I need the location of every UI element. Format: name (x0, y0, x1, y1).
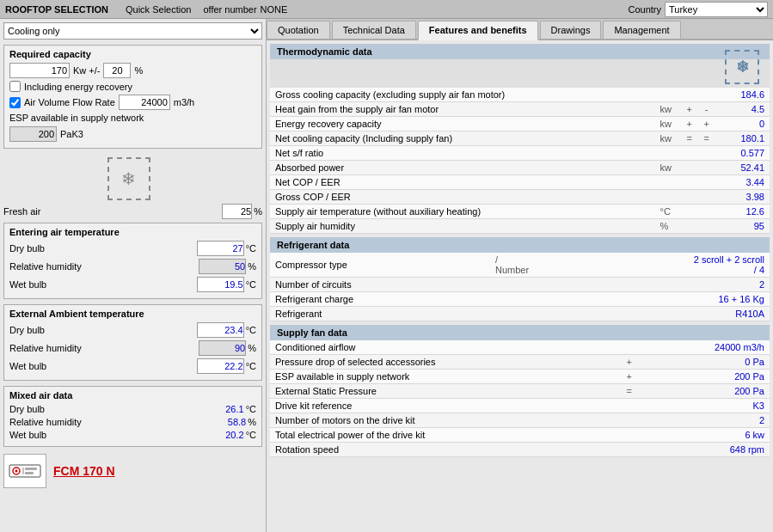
mix-rh-label: Relative humidity (9, 417, 82, 427)
ea-wet-bulb-input[interactable] (197, 277, 244, 292)
capacity-input[interactable] (9, 63, 70, 78)
esp-input[interactable] (9, 126, 57, 142)
thermo-unit-0 (655, 88, 681, 102)
ext-rh-label: Relative humidity (9, 343, 82, 353)
capacity-row: Kw +/- % (9, 63, 256, 78)
tab-management[interactable]: Management (603, 21, 680, 39)
app-title: ROOFTOP SELECTION (5, 4, 108, 15)
tab-features-benefits[interactable]: Features and benefits (418, 21, 538, 40)
refrig-unit-0: / Number (490, 253, 534, 278)
snowflake-icon: ❄ (107, 157, 150, 200)
content-area: Thermodynamic data ❄ Gross cooling capac… (267, 40, 773, 532)
ext-rh-unit: % (248, 343, 256, 353)
supply-fan-header: Supply fan data (270, 325, 770, 340)
right-panel: Quotation Technical Data Features and be… (267, 19, 773, 532)
model-row: FCM 170 N (3, 454, 262, 488)
country-select[interactable]: Turkey (665, 2, 768, 17)
table-row: Absorbed power kw 52.41 (270, 161, 770, 175)
esp-input-row: PaK3 (9, 126, 256, 142)
mixed-air-section: Mixed air data Dry bulb 26.1 °C Relative… (3, 386, 262, 447)
ea-dry-bulb-row: Dry bulb °C (9, 241, 256, 256)
ea-dry-bulb-input[interactable] (197, 241, 244, 256)
thermodynamic-title: Thermodynamic data (277, 46, 372, 57)
thermo-label-6: Net COP / EER (270, 175, 655, 190)
sf-label-5: Number of motors on the drive kit (270, 413, 595, 428)
thermo-op1-2: + (681, 117, 698, 131)
tab-quotation[interactable]: Quotation (267, 21, 330, 39)
sf-val-7: 648 rpm (655, 443, 770, 457)
tolerance-input[interactable] (103, 63, 131, 78)
table-row: Heat gain from the supply air fan motor … (270, 102, 770, 117)
ext-dry-bulb-row: Dry bulb °C (9, 322, 256, 338)
thermo-val-7: 3.98 (715, 190, 770, 205)
snowflake-right-icon: ❄ (725, 50, 759, 84)
table-row: Compressor type / Number 2 scroll + 2 sc… (270, 253, 770, 278)
thermo-unit-2: kw (655, 117, 681, 131)
entering-air-title: Entering air temperature (9, 227, 256, 237)
refrig-val-0: 2 scroll + 2 scroll/ 4 (568, 253, 770, 278)
thermo-label-3: Net cooling capacity (Including supply f… (270, 131, 655, 146)
quick-selection-label: Quick Selection (126, 4, 191, 15)
external-ambient-section: External Ambient temperature Dry bulb °C… (3, 304, 262, 381)
fresh-air-input[interactable] (222, 204, 252, 219)
fresh-air-row: Fresh air % (3, 204, 262, 219)
model-icon (3, 454, 46, 488)
thermo-op2-2: + (698, 117, 715, 131)
sf-val-2: 200 Pa (655, 370, 770, 384)
table-row: Number of circuits 2 (270, 278, 770, 292)
refrigerant-header: Refrigerant data (270, 237, 770, 253)
mode-dropdown-row: Cooling only (3, 22, 262, 40)
sf-val-4: K3 (655, 399, 770, 413)
tab-drawings[interactable]: Drawings (540, 21, 602, 39)
thermo-val-2: 0 (715, 117, 770, 131)
mix-rh-value: 58.8 (228, 417, 246, 427)
thermo-label-2: Energy recovery capacity (270, 117, 655, 131)
table-row: ESP available in supply network + 200 Pa (270, 370, 770, 384)
including-energy-checkbox[interactable] (9, 81, 21, 92)
tolerance-unit: % (134, 65, 143, 76)
mix-dry-bulb-row: Dry bulb 26.1 °C (9, 404, 256, 414)
tab-technical-data[interactable]: Technical Data (332, 21, 416, 39)
ea-rh-row: Relative humidity % (9, 259, 256, 274)
thermo-op1-0 (681, 88, 698, 102)
fresh-air-value-group: % (222, 204, 262, 219)
ea-rh-input[interactable] (199, 259, 246, 274)
air-volume-input[interactable] (119, 95, 170, 110)
esp-unit: PaK3 (60, 129, 83, 139)
refrig-val-1: 2 (568, 278, 770, 292)
refrig-label-2: Refrigerant charge (270, 292, 490, 307)
ext-wet-bulb-input[interactable] (197, 358, 244, 374)
external-ambient-title: External Ambient temperature (9, 309, 256, 319)
fresh-air-label: Fresh air (3, 206, 40, 217)
ext-wet-bulb-unit: °C (246, 361, 256, 371)
ea-rh-label: Relative humidity (9, 261, 82, 272)
mode-select[interactable]: Cooling only (3, 22, 262, 40)
mix-dry-bulb-unit: °C (246, 404, 256, 414)
table-row: Conditioned airflow 24000 m3/h (270, 340, 770, 355)
table-row: Pressure drop of selected accessories + … (270, 355, 770, 370)
including-energy-label: Including energy recovery (24, 82, 132, 92)
model-name[interactable]: FCM 170 N (53, 464, 115, 478)
refrig-label-3: Refrigerant (270, 307, 490, 321)
ext-rh-input[interactable] (199, 340, 246, 356)
sf-label-1: Pressure drop of selected accessories (270, 355, 595, 370)
refrigerant-table: Compressor type / Number 2 scroll + 2 sc… (270, 253, 770, 321)
tab-bar: Quotation Technical Data Features and be… (267, 19, 773, 40)
mixed-air-title: Mixed air data (9, 390, 256, 401)
table-row: Total electrical power of the drive kit … (270, 428, 770, 443)
thermo-label-1: Heat gain from the supply air fan motor (270, 102, 655, 117)
thermo-unit-3: kw (655, 131, 681, 146)
table-row: External Static Pressure = 200 Pa (270, 384, 770, 399)
thermo-label-0: Gross cooling capacity (excluding supply… (270, 88, 655, 102)
ea-wet-bulb-unit: °C (246, 279, 256, 290)
svg-rect-0 (9, 465, 40, 477)
table-row: Gross COP / EER 3.98 (270, 190, 770, 205)
table-row: Supply air temperature (without auxiliar… (270, 205, 770, 219)
thermo-label-5: Absorbed power (270, 161, 655, 175)
air-volume-checkbox[interactable] (9, 97, 21, 108)
mix-dry-bulb-value: 26.1 (225, 404, 243, 414)
ext-dry-bulb-input[interactable] (197, 322, 244, 338)
ext-wet-bulb-label: Wet bulb (9, 361, 46, 371)
offer-number-label: offer number (203, 4, 256, 15)
table-row: Rotation speed 648 rpm (270, 443, 770, 457)
